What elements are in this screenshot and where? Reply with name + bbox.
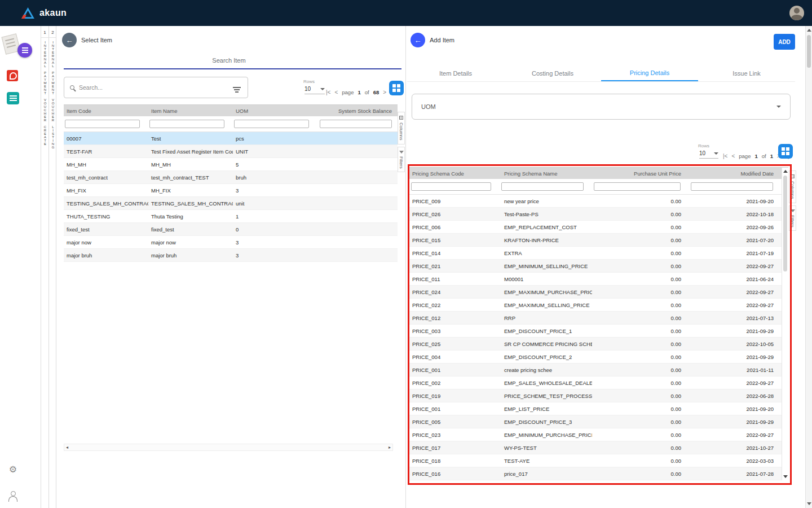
add-button[interactable]: ADD: [774, 34, 795, 50]
page-scrollbar[interactable]: [805, 26, 812, 508]
item-table-row[interactable]: test_mh_contracttest_mh_contract_TESTbru…: [64, 171, 398, 184]
horizontal-scrollbar[interactable]: ◂ ▸: [64, 444, 393, 451]
filter-uom-input[interactable]: [234, 120, 309, 128]
pricing-table-row[interactable]: PRICE_026Test-Paste-PS0.002022-10-18: [409, 208, 782, 221]
pricing-table-row[interactable]: PRICE_015KRAFTON-INR-PRICE0.002021-07-20: [409, 234, 782, 247]
cell-name: test_mh_contract_TEST: [148, 174, 233, 181]
rows-per-page-select[interactable]: 10: [699, 150, 718, 159]
scroll-right-icon: ▸: [389, 445, 391, 450]
item-table-row[interactable]: MH_FIXMH_FIX3: [64, 184, 398, 197]
filter-balance-input[interactable]: [320, 120, 392, 128]
uom-dropdown[interactable]: UOM: [412, 94, 791, 120]
tab-costing-details[interactable]: Costing Details: [504, 65, 601, 81]
filter-unit-price-input[interactable]: [594, 182, 681, 191]
pricing-table-row[interactable]: PRICE_018TEST-AYE0.002022-03-03: [409, 454, 782, 467]
pricing-table-row[interactable]: PRICE_024EMP_MAXIMUM_PURCHASE_PRICE0.002…: [409, 286, 782, 299]
side-tab-filters[interactable]: Filters: [398, 147, 405, 173]
workspace-tab-label: INTERNAL PAYMENT VOUCHER LISTING: [49, 41, 56, 149]
col-pricing-schema-name: Pricing Schema Name: [500, 170, 592, 177]
pricing-table-row[interactable]: PRICE_001create pricing schee0.002021-01…: [409, 364, 782, 376]
pricing-table-row[interactable]: PRICE_021EMP_MINIMUM_SELLING_PRICE0.0020…: [409, 260, 782, 273]
search-icon: [70, 85, 74, 90]
tab-pricing-details[interactable]: Pricing Details: [601, 65, 698, 81]
tab-item-details[interactable]: Item Details: [407, 65, 504, 81]
item-table-row[interactable]: MH_MHMH_MH5: [64, 158, 398, 171]
pricing-table-row[interactable]: PRICE_014EXTRA0.002021-07-19: [409, 247, 782, 260]
pricing-table-row[interactable]: PRICE_016price_0170.002021-07-28: [409, 467, 782, 480]
tab-issue-link[interactable]: Issue Link: [698, 65, 795, 81]
workspace-tab-2[interactable]: 2INTERNAL PAYMENT VOUCHER LISTING: [49, 26, 56, 508]
pdf-icon[interactable]: [7, 70, 18, 81]
workspace-tab-1[interactable]: 1INTERNAL PAYMENT VOUCHER CREATE: [41, 26, 49, 508]
first-page-button[interactable]: |<: [326, 89, 330, 95]
funnel-icon: [399, 151, 404, 154]
item-table-row[interactable]: THUTA_TESTINGThuta Testing1: [64, 210, 398, 223]
item-table-row[interactable]: TESTING_SALES_MH_CONTRACTTESTING_SALES_M…: [64, 197, 398, 210]
cell-code: PRICE_024: [409, 289, 500, 295]
pricing-table-row[interactable]: PRICE_003EMP_DISCOUNT_PRICE_10.002021-09…: [409, 325, 782, 338]
cell-price: 0.00: [592, 471, 689, 477]
cell-uom: 1: [233, 213, 312, 220]
pricing-table-row[interactable]: PRICE_009new year price0.002021-09-20: [409, 195, 782, 208]
pricing-table-row[interactable]: PRICE_006EMP_REPLACEMENT_COST0.002022-09…: [409, 221, 782, 234]
cell-price: 0.00: [592, 393, 689, 399]
grid-view-button[interactable]: [778, 144, 793, 159]
filter-list-icon[interactable]: [233, 87, 241, 88]
cell-uom: pcs: [233, 135, 312, 142]
scrollbar-thumb[interactable]: [807, 35, 811, 68]
filter-item-name-input[interactable]: [149, 120, 224, 128]
pricing-table-row[interactable]: PRICE_004EMP_DISCOUNT_PRICE_20.002021-09…: [409, 351, 782, 364]
side-tab-columns[interactable]: Columns: [789, 170, 796, 203]
search-input[interactable]: [79, 84, 228, 91]
rows-per-page-select[interactable]: 10: [304, 86, 325, 94]
pricing-table-row[interactable]: PRICE_022EMP_MAXIMUM_SELLING_PRICE0.0020…: [409, 299, 782, 312]
back-button[interactable]: [62, 33, 77, 47]
pricing-table-row[interactable]: PRICE_011M000010.002021-06-24: [409, 273, 782, 286]
cell-code: PRICE_011: [409, 276, 500, 282]
listing-icon[interactable]: [7, 92, 19, 104]
prev-page-button[interactable]: <: [334, 89, 338, 95]
item-table-row[interactable]: TEST-FARTest Fixed Asset Register Item C…: [64, 145, 398, 158]
pricing-table-row[interactable]: PRICE_017WY-PS-TEST0.002021-10-27: [409, 441, 782, 454]
cell-date: 2021-09-29: [689, 328, 782, 334]
workspace-tab-number: 1: [41, 26, 48, 38]
cell-code: major bruh: [64, 252, 148, 259]
cell-name: EXTRA: [500, 250, 592, 256]
back-button[interactable]: [411, 33, 425, 47]
side-tab-filters[interactable]: Filters: [789, 205, 796, 231]
pricing-table-row[interactable]: PRICE_002EMP_SALES_WHOLESALE_DEALER_PRIC…: [409, 376, 782, 389]
pricing-table-row[interactable]: PRICE_005EMP_DISCOUNT_PRICE_30.002021-09…: [409, 415, 782, 428]
gear-icon[interactable]: [7, 464, 19, 475]
pricing-table-row[interactable]: PRICE_025SR CP COMMERCE PRICING SCHEME0.…: [409, 338, 782, 351]
user-avatar[interactable]: [789, 6, 804, 20]
menu-toggle-button[interactable]: [17, 43, 32, 58]
scrollbar-thumb[interactable]: [783, 176, 787, 271]
person-icon[interactable]: [8, 491, 18, 502]
pricing-table-row[interactable]: PRICE_023EMP_MINIMUM_PURCHASE_PRICE0.002…: [409, 428, 782, 441]
pricing-table-row[interactable]: PRICE_001EMP_LIST_PRICE0.002021-09-20: [409, 402, 782, 415]
pricing-table-row[interactable]: PRICE_012RRP0.002021-07-13: [409, 312, 782, 325]
item-table-row[interactable]: 00007Testpcs: [64, 132, 398, 145]
pricing-table-row[interactable]: PRICE_019PRICE_SCHEME_TEST_PROCESSOR0.00…: [409, 389, 782, 402]
first-page-button[interactable]: |<: [723, 153, 727, 159]
filter-schema-name-input[interactable]: [501, 182, 584, 191]
cell-code: PRICE_003: [409, 328, 500, 334]
cell-name: Test-Paste-PS: [500, 211, 592, 217]
grid-view-button[interactable]: [389, 81, 404, 95]
item-table-row[interactable]: major nowmajor now3: [64, 236, 398, 249]
prev-page-button[interactable]: <: [731, 153, 735, 159]
cell-code: test_mh_contract: [64, 174, 148, 181]
side-tab-columns[interactable]: Columns: [398, 112, 405, 144]
brand[interactable]: akaun: [21, 7, 67, 19]
item-table-row[interactable]: fixed_testfixed_test0: [64, 223, 398, 236]
funnel-icon: [791, 209, 795, 212]
item-table-row[interactable]: major bruhmajor bruh3: [64, 249, 398, 262]
tab-search-item[interactable]: Search Item: [56, 57, 401, 64]
pricing-table-scrollbar[interactable]: [782, 168, 788, 480]
next-page-button[interactable]: >: [383, 89, 386, 95]
filter-modified-date-input[interactable]: [691, 182, 773, 191]
filter-item-code-input[interactable]: [65, 120, 140, 128]
filter-schema-code-input[interactable]: [411, 182, 491, 191]
cell-code: THUTA_TESTING: [64, 213, 148, 220]
cell-name: Test Fixed Asset Register Item Code: [148, 148, 233, 155]
